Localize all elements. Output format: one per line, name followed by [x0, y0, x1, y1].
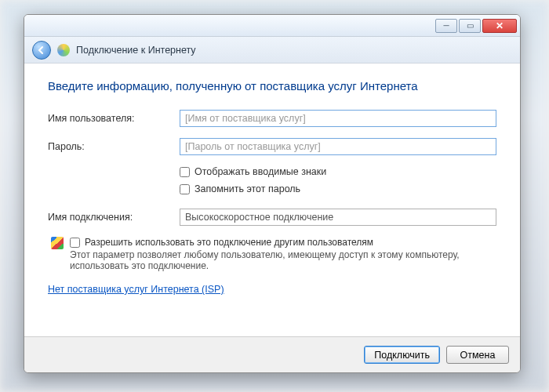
password-input[interactable]: [180, 138, 496, 155]
row-connection-name: Имя подключения:: [48, 209, 496, 226]
row-remember: Запомнить этот пароль: [180, 183, 496, 194]
row-username: Имя пользователя:: [48, 110, 496, 127]
remember-password-checkbox[interactable]: [180, 184, 190, 194]
footer-bar: Подключить Отмена: [24, 336, 520, 372]
close-button[interactable]: ✕: [482, 19, 517, 33]
no-isp-row: Нет поставщика услуг Интернета (ISP): [48, 284, 496, 295]
allow-others-label: Разрешить использовать это подключение д…: [85, 237, 373, 248]
username-input[interactable]: [180, 110, 496, 127]
back-button[interactable]: [32, 41, 51, 60]
arrow-left-icon: [37, 45, 46, 55]
row-password: Пароль:: [48, 138, 496, 155]
minimize-button[interactable]: ─: [435, 19, 457, 33]
cancel-button[interactable]: Отмена: [446, 346, 509, 364]
username-label: Имя пользователя:: [48, 113, 180, 124]
show-chars-checkbox[interactable]: [180, 167, 190, 177]
content-area: Введите информацию, полученную от постав…: [24, 64, 520, 336]
password-label: Пароль:: [48, 141, 180, 152]
row-show-chars: Отображать вводимые знаки: [180, 166, 496, 177]
connection-name-label: Имя подключения:: [48, 212, 180, 223]
connection-name-input[interactable]: [180, 209, 496, 226]
maximize-button[interactable]: ▭: [459, 19, 481, 33]
show-chars-label: Отображать вводимые знаки: [195, 166, 326, 177]
page-heading: Введите информацию, полученную от постав…: [48, 79, 496, 93]
wizard-window: ─ ▭ ✕ Подключение к Интернету Введите ин…: [24, 14, 521, 373]
remember-label: Запомнить этот пароль: [195, 183, 300, 194]
connect-button[interactable]: Подключить: [364, 346, 440, 364]
titlebar: ─ ▭ ✕: [24, 15, 520, 37]
allow-others-description: Этот параметр позволяет любому пользоват…: [70, 249, 496, 271]
wizard-icon: [57, 44, 70, 56]
window-title: Подключение к Интернету: [76, 45, 196, 56]
header-nav: Подключение к Интернету: [24, 37, 520, 64]
no-isp-link[interactable]: Нет поставщика услуг Интернета (ISP): [48, 284, 224, 295]
allow-others-checkbox[interactable]: [70, 238, 80, 248]
share-block: Разрешить использовать это подключение д…: [48, 237, 496, 271]
shield-icon: [51, 237, 64, 249]
